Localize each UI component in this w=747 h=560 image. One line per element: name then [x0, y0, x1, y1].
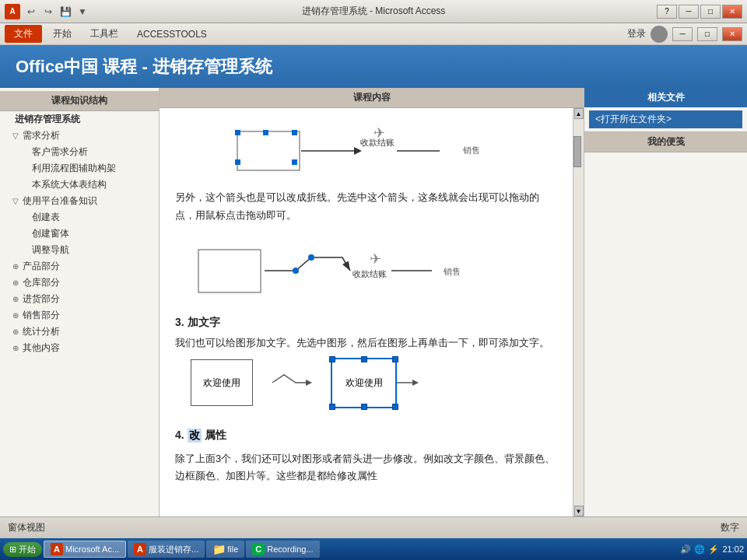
section3-text: 我们也可以给图形加文字。先选中图形，然后在图形上再单击一下，即可添加文字。 — [175, 334, 557, 352]
sidebar-item-customer[interactable]: 客户需求分析 — [0, 144, 159, 160]
taskbar-item-access2[interactable]: A 服装进销存... — [128, 541, 205, 558]
open-folder-btn[interactable]: <打开所在文件夹> — [589, 110, 742, 128]
svg-point-14 — [293, 268, 299, 274]
undo-btn[interactable]: ↩ — [23, 4, 39, 19]
taskbar: ⊞ 开始 A Microsoft Ac... A 服装进销存... 📁 file… — [0, 538, 747, 560]
menu-minimize[interactable]: ─ — [672, 27, 693, 41]
scrollbar[interactable]: ▲ ▼ — [573, 108, 584, 516]
start-icon: ⊞ — [9, 544, 16, 555]
window-controls: ? ─ □ ✕ — [657, 5, 742, 19]
taskbar-label-access2: 服装进销存... — [149, 544, 198, 555]
main-layout: 课程知识结构 进销存管理系统 ▽ 需求分析 客户需求分析 利用流程图辅助构架 本… — [0, 88, 747, 516]
sidebar-item-stats[interactable]: ⊕ 统计分析 — [0, 324, 159, 340]
sidebar-label: 客户需求分析 — [32, 145, 88, 159]
sidebar-item-sales[interactable]: ⊕ 销售部分 — [0, 307, 159, 324]
plus-icon: ⊕ — [12, 278, 20, 287]
scroll-thumb[interactable] — [573, 136, 581, 167]
handle-tl — [329, 356, 335, 362]
svg-rect-2 — [263, 130, 268, 135]
sidebar-item-other[interactable]: ⊕ 其他内容 — [0, 340, 159, 356]
svg-marker-20 — [306, 380, 312, 386]
minimize-button[interactable]: ─ — [679, 5, 699, 19]
diagram-1: 收款结账 ✈ 销售 — [175, 116, 557, 180]
shape-rect-1: 欢迎使用 — [191, 359, 253, 406]
scroll-down[interactable]: ▼ — [574, 506, 584, 516]
dropdown-btn[interactable]: ▼ — [75, 4, 90, 19]
sidebar-item-tables[interactable]: 本系统大体表结构 — [0, 177, 159, 193]
shape-rect-2: 欢迎使用 — [331, 358, 397, 408]
shape-text-2: 欢迎使用 — [345, 376, 383, 390]
sidebar-item-nav[interactable]: 调整导航 — [0, 242, 159, 258]
save-btn[interactable]: 💾 — [58, 4, 73, 19]
close-button[interactable]: ✕ — [722, 5, 742, 19]
sidebar-item-create-form[interactable]: 创建窗体 — [0, 226, 159, 242]
section4-title-rest: 属性 — [205, 429, 226, 443]
handle-tm — [361, 356, 367, 362]
shape-welcome2: 欢迎使用 — [331, 358, 397, 408]
status-bar: 窗体视图 数字 — [0, 516, 747, 538]
sidebar-label: 其他内容 — [23, 341, 60, 355]
section3-title: 3. 加文字 — [175, 316, 557, 330]
help-button[interactable]: ? — [657, 5, 677, 19]
section4-text: 除了上面3个，我们还可以对图形或者箭头进一步修改。例如改文字颜色、背景颜色、边框… — [175, 450, 557, 485]
expand-icon: ▽ — [12, 131, 20, 140]
title-bar: A ↩ ↪ 💾 ▼ 进销存管理系统 - Microsoft Access ? ─… — [0, 0, 747, 23]
svg-text:✈: ✈ — [374, 125, 385, 141]
sidebar-label: 创建表 — [32, 211, 60, 224]
tray-icon-network: 🌐 — [694, 544, 705, 555]
status-view: 窗体视图 — [8, 521, 45, 534]
taskbar-item-recording[interactable]: C Recording... — [246, 541, 319, 558]
plus-icon: ⊕ — [12, 327, 20, 336]
scroll-up[interactable]: ▲ — [574, 108, 584, 119]
sidebar-header: 课程知识结构 — [0, 91, 159, 111]
sidebar-label: 销售部分 — [23, 309, 60, 322]
taskbar-item-file[interactable]: 📁 file — [206, 541, 244, 558]
restore-button[interactable]: □ — [700, 5, 721, 19]
menu-close[interactable]: ✕ — [722, 27, 742, 41]
intro-text: 另外，这个箭头也是可以改成折线。先选中这个箭头，这条线就会出现可以拖动的点，用鼠… — [175, 188, 557, 225]
sidebar-item-flowchart[interactable]: 利用流程图辅助构架 — [0, 160, 159, 177]
sidebar-item-warehouse[interactable]: ⊕ 仓库部分 — [0, 275, 159, 291]
content-scroll[interactable]: 收款结账 ✈ 销售 另外，这个箭头也是可以改成折线。先选中这个箭头，这条线就会出… — [160, 108, 573, 516]
plus-icon: ⊕ — [12, 262, 20, 271]
diagram-svg-2: ✈ 收款结账 销售 — [175, 234, 549, 304]
right-panel: 相关文件 <打开所在文件夹> 我的便笺 — [584, 88, 747, 516]
menu-accesstools[interactable]: ACCESSTOOLS — [129, 26, 215, 42]
menu-start[interactable]: 开始 — [45, 25, 79, 43]
sidebar-item-purchase[interactable]: ⊕ 进货部分 — [0, 291, 159, 307]
sidebar-item-create-table[interactable]: 创建表 — [0, 209, 159, 226]
menu-bar-right: 登录 ─ □ ✕ — [627, 26, 742, 43]
sidebar-item-products[interactable]: ⊕ 产品部分 — [0, 258, 159, 275]
sidebar-item-demand[interactable]: ▽ 需求分析 — [0, 128, 159, 144]
sidebar-label: 统计分析 — [23, 325, 60, 338]
section4-header: 4. 改 属性 — [175, 419, 557, 447]
banner-title: Office中国 课程 - 进销存管理系统 — [16, 55, 272, 79]
svg-text:✈: ✈ — [370, 251, 381, 267]
sidebar: 课程知识结构 进销存管理系统 ▽ 需求分析 客户需求分析 利用流程图辅助构架 本… — [0, 88, 160, 516]
sidebar-label: 仓库部分 — [23, 276, 60, 289]
login-button[interactable]: 登录 — [627, 27, 646, 40]
start-button[interactable]: ⊞ 开始 — [3, 542, 42, 557]
menu-tools[interactable]: 工具栏 — [82, 25, 126, 43]
handle-bl — [329, 404, 335, 410]
menu-restore[interactable]: □ — [697, 27, 717, 41]
redo-btn[interactable]: ↪ — [40, 4, 56, 19]
menu-file[interactable]: 文件 — [5, 25, 42, 43]
content-header: 课程内容 — [160, 88, 584, 108]
taskbar-label-file: file — [227, 544, 238, 554]
handle-tr — [392, 356, 398, 362]
banner: Office中国 课程 - 进销存管理系统 — [0, 45, 747, 88]
diagram-svg-1: 收款结账 ✈ 销售 — [175, 116, 549, 178]
access-icon: A — [51, 543, 63, 555]
taskbar-item-access[interactable]: A Microsoft Ac... — [44, 541, 126, 558]
sidebar-item-root[interactable]: 进销存管理系统 — [0, 111, 159, 128]
shape-text-1: 欢迎使用 — [203, 376, 240, 390]
svg-marker-7 — [354, 147, 362, 155]
handle-bm — [361, 404, 367, 410]
sidebar-item-platform[interactable]: ▽ 使用平台准备知识 — [0, 193, 159, 209]
svg-point-15 — [308, 254, 314, 261]
sidebar-label: 利用流程图辅助构架 — [32, 162, 116, 175]
svg-text:收款结账: 收款结账 — [352, 269, 387, 278]
plus-icon: ⊕ — [12, 344, 20, 352]
svg-rect-12 — [198, 250, 261, 292]
